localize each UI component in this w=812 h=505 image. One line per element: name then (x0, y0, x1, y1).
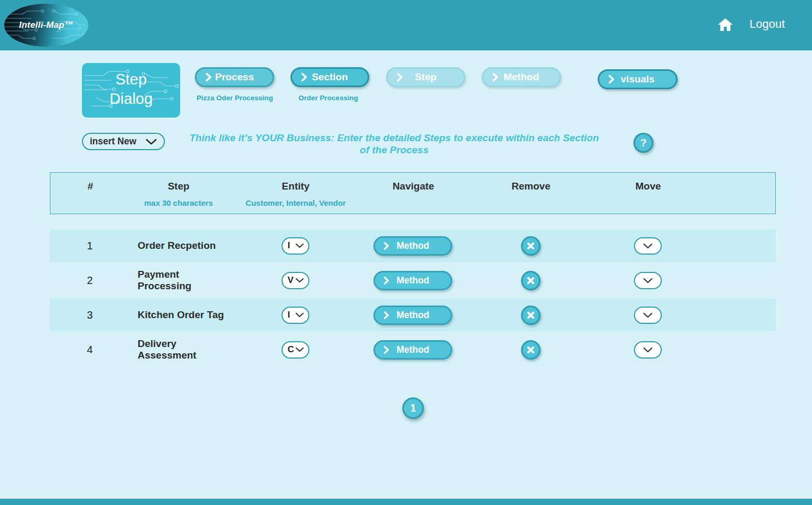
table-row: 4 Delivery Assessment C Method (50, 333, 776, 366)
visuals-button[interactable]: visuals (598, 69, 678, 89)
x-icon (526, 241, 535, 250)
table-body: 1 Order Recpetion I Method (50, 229, 776, 368)
insert-new-dropdown-value: insert New (83, 136, 145, 147)
chevron-down-icon (643, 278, 653, 283)
navigate-method-button[interactable]: Method (373, 340, 452, 360)
column-subheader-entity: Customer, Internal, Vendor (246, 198, 346, 207)
chevron-right-icon (301, 72, 307, 82)
breadcrumb-step-button: Step (386, 67, 465, 87)
step-name: Order Recpetion (130, 240, 226, 251)
home-icon (716, 16, 734, 34)
chevron-right-icon (397, 72, 403, 82)
chevron-down-icon (643, 312, 653, 318)
chevron-down-icon (643, 347, 653, 353)
remove-button[interactable] (521, 271, 540, 290)
column-subheader-step: max 30 characters (144, 198, 213, 207)
navigate-method-button[interactable]: Method (373, 306, 452, 325)
footer-bar (0, 499, 812, 505)
question-icon: ? (640, 137, 647, 149)
chevron-down-icon (295, 347, 304, 352)
chevron-right-icon (383, 311, 389, 320)
column-header-navigate: Navigate (365, 173, 462, 215)
entity-dropdown[interactable]: C (282, 341, 309, 359)
app-logo-text: Intelli-Map™ (19, 20, 73, 30)
move-dropdown[interactable] (634, 341, 662, 359)
chevron-down-icon (295, 243, 304, 248)
step-name: Kitchen Order Tag (130, 309, 226, 321)
entity-dropdown[interactable]: V (282, 272, 309, 289)
table-row: 3 Kitchen Order Tag I Method (50, 299, 776, 331)
step-name: Delivery Assessment (130, 338, 226, 361)
column-header-remove: Remove (462, 173, 600, 215)
remove-button[interactable] (521, 340, 540, 360)
remove-button[interactable] (521, 236, 540, 256)
breadcrumb-section-sublabel: Order Processing (270, 94, 386, 102)
logout-button[interactable]: Logout (749, 17, 785, 31)
app-header: Intelli-Map™ Logout (0, 0, 812, 50)
chevron-down-icon (295, 278, 304, 283)
x-icon (526, 345, 535, 354)
breadcrumb-process-button[interactable]: Process (195, 67, 274, 87)
entity-dropdown-value: I (283, 310, 295, 320)
chevron-right-icon (608, 75, 615, 84)
column-header-move: Move (600, 173, 696, 215)
navigate-method-button[interactable]: Method (373, 271, 452, 290)
home-button[interactable] (716, 16, 734, 34)
step-name: Payment Processing (130, 269, 226, 292)
pagination-page-number: 1 (410, 402, 416, 414)
row-number: 4 (50, 344, 130, 356)
table-row: 2 Payment Processing V Method (50, 264, 776, 297)
move-dropdown[interactable] (634, 237, 662, 255)
table-header: # Step max 30 characters Entity Customer… (50, 172, 776, 214)
row-number: 2 (50, 275, 130, 287)
chevron-right-icon (383, 276, 389, 285)
entity-dropdown[interactable]: I (282, 237, 309, 255)
entity-dropdown[interactable]: I (282, 307, 309, 324)
column-header-entity: Entity Customer, Internal, Vendor (227, 173, 365, 215)
entity-dropdown-value: I (283, 240, 295, 251)
table-row: 1 Order Recpetion I Method (50, 229, 776, 262)
step-dialog-page: Intelli-Map™ Logout Step Dialog (0, 0, 812, 505)
x-icon (526, 276, 535, 285)
breadcrumb-method-button: Method (482, 67, 561, 87)
help-button[interactable]: ? (633, 133, 653, 153)
breadcrumb-section-button[interactable]: Section (290, 67, 369, 87)
chevron-right-icon (492, 72, 498, 82)
chevron-right-icon (205, 72, 212, 82)
chevron-down-icon (295, 312, 304, 318)
chevron-down-icon (643, 243, 653, 249)
insert-new-dropdown[interactable]: insert New (82, 133, 165, 150)
move-dropdown[interactable] (634, 272, 662, 289)
column-header-step: Step max 30 characters (130, 173, 227, 215)
dialog-title-line2: Dialog (109, 90, 152, 107)
navigate-method-button[interactable]: Method (373, 236, 452, 256)
step-dialog-title-box: Step Dialog (82, 63, 180, 118)
move-dropdown[interactable] (634, 307, 662, 324)
entity-dropdown-value: C (283, 344, 295, 355)
chevron-right-icon (383, 241, 389, 250)
instruction-text: Think like it’s YOUR Business: Enter the… (185, 132, 603, 156)
x-icon (526, 311, 535, 320)
row-number: 1 (50, 240, 130, 252)
app-logo: Intelli-Map™ (4, 4, 88, 47)
remove-button[interactable] (521, 306, 540, 325)
chevron-right-icon (383, 345, 389, 354)
chevron-down-icon (145, 139, 157, 145)
pagination-page-button[interactable]: 1 (402, 397, 424, 419)
entity-dropdown-value: V (283, 275, 295, 286)
row-number: 3 (50, 309, 130, 321)
column-header-number: # (50, 173, 130, 215)
dialog-title-line1: Step (116, 71, 147, 88)
